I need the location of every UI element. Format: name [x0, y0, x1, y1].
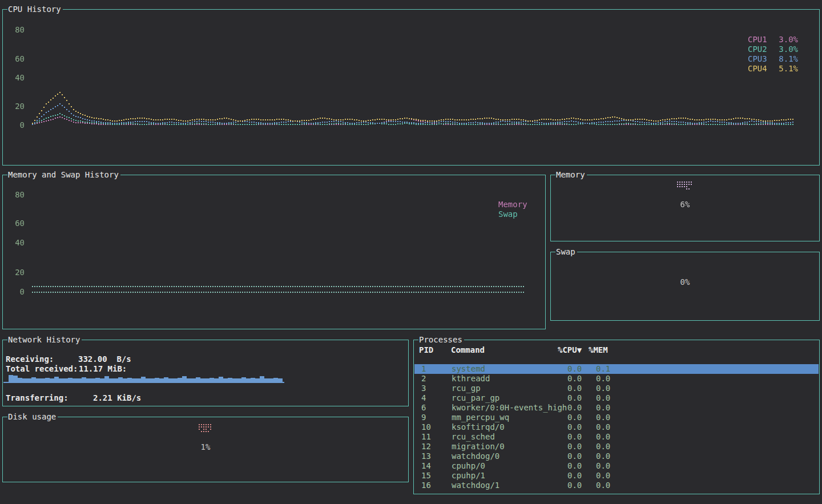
process-command: kworker/0:0H-events_high [452, 403, 567, 413]
process-mem: 0.0 [596, 471, 610, 481]
process-cpu: 0.0 [567, 384, 582, 393]
memory-gauge-dots [677, 182, 693, 191]
process-pid: 2 [421, 374, 426, 384]
legend-label: CPU1 [748, 35, 767, 45]
process-pid: 1 [421, 364, 426, 374]
process-command: systemd [452, 364, 485, 374]
network-history-title: Network History [7, 335, 82, 344]
process-cpu: 0.0 [567, 422, 582, 432]
cpu-legend-entry: CPU13.0% [748, 35, 798, 45]
process-row[interactable]: 3rcu_gp0.00.0 [414, 384, 819, 393]
memswap-legend-entry: Swap [498, 209, 518, 219]
column-header-command[interactable]: Command [451, 345, 485, 355]
process-pid: 15 [421, 471, 431, 481]
process-mem: 0.0 [596, 481, 610, 490]
cpu-history-panel: CPU History 806040200 CPU13.0%CPU23.0%CP… [2, 9, 820, 166]
process-mem: 0.0 [596, 432, 610, 442]
cpu-legend-entry: CPU38.1% [748, 54, 798, 64]
memory-percent: 6% [551, 200, 819, 209]
cpu-history-graph [3, 10, 819, 165]
legend-value: 3.0% [779, 35, 798, 45]
process-mem: 0.1 [596, 364, 610, 374]
process-command: ksoftirqd/0 [452, 422, 505, 432]
column-header-cpu[interactable]: %CPU▼ [558, 345, 582, 355]
process-row[interactable]: 16watchdog/10.00.0 [414, 481, 819, 490]
memswap-legend-entry: Memory [498, 200, 527, 209]
legend-value: 8.1% [779, 54, 798, 64]
memory-swap-graph [3, 175, 545, 329]
process-mem: 0.0 [596, 374, 610, 384]
process-row[interactable]: 9mm_percpu_wq0.00.0 [414, 413, 819, 422]
disk-gauge-dots [199, 424, 212, 433]
cpu-legend-entry: CPU45.1% [748, 64, 798, 74]
y-axis-tick-label: 0 [10, 120, 25, 130]
y-axis-tick-label: 60 [10, 219, 25, 228]
process-mem: 0.0 [596, 422, 610, 432]
process-pid: 10 [421, 422, 431, 432]
y-axis-tick-label: 20 [10, 102, 25, 111]
memory-title: Memory [555, 170, 587, 179]
process-cpu: 0.0 [567, 393, 582, 403]
process-row[interactable]: 10ksoftirqd/00.00.0 [414, 422, 819, 432]
process-command: migration/0 [452, 442, 505, 451]
cpu-legend-entry: CPU23.0% [748, 45, 798, 54]
memory-swap-history-panel: Memory and Swap History 806040200 Memory… [2, 175, 546, 329]
process-command: rcu_par_gp [452, 393, 499, 403]
process-command: mm_percpu_wq [452, 413, 509, 422]
legend-label: CPU4 [748, 64, 767, 74]
process-row[interactable]: 2kthreadd0.00.0 [414, 374, 819, 384]
process-cpu: 0.0 [567, 374, 582, 384]
process-mem: 0.0 [596, 461, 610, 471]
y-axis-tick-label: 40 [10, 238, 25, 247]
y-axis-tick-label: 0 [10, 287, 25, 296]
receiving-value: 332.00 B/s [78, 354, 131, 364]
legend-label: CPU3 [748, 54, 767, 64]
transferring-value: 2.21 KiB/s [93, 393, 141, 403]
y-axis-tick-label: 20 [10, 268, 25, 277]
process-mem: 0.0 [596, 451, 610, 461]
process-command: cpuhp/0 [452, 461, 485, 471]
process-row[interactable]: 14cpuhp/00.00.0 [414, 461, 819, 471]
legend-value: 3.0% [779, 45, 798, 54]
legend-value: 5.1% [779, 64, 798, 74]
process-command: rcu_sched [452, 432, 495, 442]
column-header-mem[interactable]: %MEM [589, 345, 608, 355]
network-sparkline [3, 372, 403, 386]
network-history-panel: Network History Receiving: 332.00 B/s To… [2, 340, 409, 406]
process-row[interactable]: 11rcu_sched0.00.0 [414, 432, 819, 442]
process-cpu: 0.0 [567, 364, 582, 374]
process-row[interactable]: 12migration/00.00.0 [414, 442, 819, 451]
process-pid: 14 [421, 461, 431, 471]
process-cpu: 0.0 [567, 403, 582, 413]
process-row[interactable]: 4rcu_par_gp0.00.0 [414, 393, 819, 403]
process-cpu: 0.0 [567, 481, 582, 490]
process-cpu: 0.0 [567, 451, 582, 461]
y-axis-tick-label: 40 [10, 73, 25, 82]
process-mem: 0.0 [596, 393, 610, 403]
process-command: watchdog/0 [452, 451, 499, 461]
process-command: watchdog/1 [452, 481, 499, 490]
process-cpu: 0.0 [567, 461, 582, 471]
process-row[interactable]: 15cpuhp/10.00.0 [414, 471, 819, 481]
process-row[interactable]: 13watchdog/00.00.0 [414, 451, 819, 461]
process-pid: 4 [421, 393, 426, 403]
process-row[interactable]: 6kworker/0:0H-events_high0.00.0 [414, 403, 819, 413]
column-header-pid[interactable]: PID [419, 345, 433, 355]
legend-label: CPU2 [748, 45, 767, 54]
process-pid: 3 [421, 384, 426, 393]
y-axis-tick-label: 80 [10, 190, 25, 199]
process-row[interactable]: 1systemd0.00.1 [414, 364, 819, 374]
process-command: kthreadd [452, 374, 490, 384]
disk-percent: 1% [3, 442, 408, 451]
process-pid: 9 [421, 413, 426, 422]
memory-panel: Memory 6% [550, 175, 820, 241]
process-pid: 13 [421, 451, 431, 461]
process-mem: 0.0 [596, 442, 610, 451]
disk-usage-panel: Disk usage 1% [2, 417, 409, 482]
y-axis-tick-label: 80 [10, 25, 25, 34]
process-cpu: 0.0 [567, 432, 582, 442]
y-axis-tick-label: 60 [10, 54, 25, 63]
processes-title: Processes [418, 335, 464, 344]
swap-title: Swap [555, 247, 577, 256]
process-pid: 12 [421, 442, 431, 451]
